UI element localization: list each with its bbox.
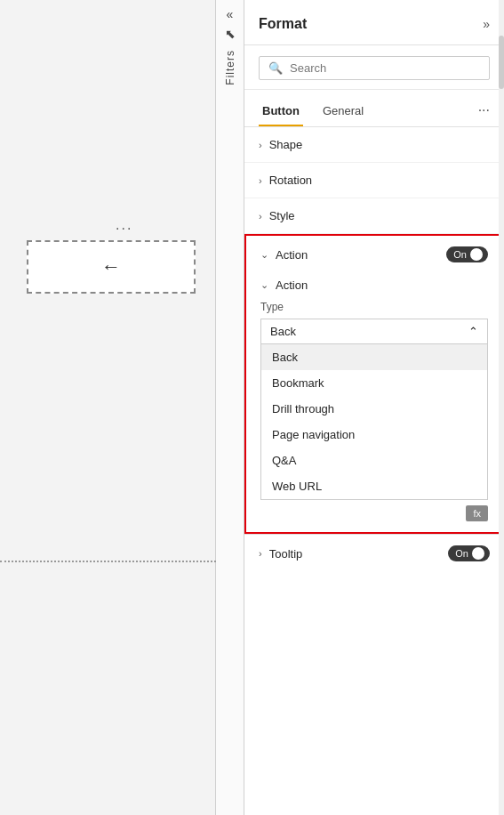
filters-funnel-icon: ⬉ [225,27,236,41]
dropdown-list: Back Bookmark Drill through Page navigat… [260,344,488,500]
style-label: Style [269,209,295,222]
scrollbar-track [499,0,504,815]
dropdown-chevron-up-icon: ⌃ [468,325,478,338]
canvas-area: ··· ← [0,0,216,815]
scrollbar-thumb[interactable] [499,36,504,89]
search-container: 🔍 [244,45,504,90]
action-toggle-circle [470,248,483,261]
dropdown-item-web-url[interactable]: Web URL [261,473,487,499]
search-input[interactable] [290,61,480,75]
fx-button[interactable]: fx [466,505,488,521]
canvas-divider [0,561,216,562]
tabs-row: Button General ··· [244,90,504,127]
dropdown-item-back[interactable]: Back [261,344,487,370]
action-toggle-label: On [453,249,467,260]
filters-sidebar: « ⬉ Filters [216,0,244,815]
back-button-widget: ← [27,240,196,294]
canvas-ellipsis: ··· [116,221,132,237]
tooltip-section[interactable]: › Tooltip On [244,534,504,572]
dropdown-item-bookmark[interactable]: Bookmark [261,370,487,396]
action-section-header[interactable]: ⌄ Action On [246,236,502,273]
rotation-label: Rotation [269,173,312,187]
tab-general[interactable]: General [319,99,367,126]
shape-chevron-icon: › [259,140,262,150]
section-shape[interactable]: › Shape [244,127,504,163]
fx-button-row: fx [260,505,488,521]
format-panel: Format » 🔍 Button General ··· › Shape › … [244,0,504,815]
action-sub-header[interactable]: ⌄ Action [260,273,488,301]
dropdown-item-qa[interactable]: Q&A [261,448,487,473]
shape-label: Shape [269,138,303,151]
format-expand-icon[interactable]: » [483,17,490,31]
type-dropdown: Back ⌃ Back Bookmark Drill through Page … [260,319,488,500]
action-chevron-icon: ⌄ [260,249,268,261]
tab-button[interactable]: Button [259,99,303,126]
back-arrow-icon: ← [101,255,121,278]
format-header: Format » [244,0,504,45]
section-rotation[interactable]: › Rotation [244,163,504,198]
action-toggle[interactable]: On [446,246,488,262]
tooltip-toggle-label: On [455,548,468,559]
rotation-chevron-icon: › [259,175,262,186]
tooltip-chevron-icon: › [259,548,262,559]
tooltip-toggle-circle [472,547,484,560]
action-inner-content: ⌄ Action Type Back ⌃ Back Bookmark Drill… [246,273,502,532]
format-title: Format [259,16,307,32]
section-style[interactable]: › Style [244,198,504,234]
search-box: 🔍 [259,56,490,80]
tooltip-toggle[interactable]: On [448,545,490,561]
dropdown-item-drill-through[interactable]: Drill through [261,396,487,422]
style-chevron-icon: › [259,211,262,222]
action-sub-label: Action [276,278,308,292]
dropdown-item-page-navigation[interactable]: Page navigation [261,422,487,448]
dropdown-selected-value: Back [270,325,296,338]
tooltip-label: Tooltip [269,547,449,561]
action-section: ⌄ Action On ⌄ Action Type Back ⌃ [244,234,504,534]
action-label: Action [276,248,446,262]
search-icon: 🔍 [268,61,283,75]
tabs-more-icon[interactable]: ··· [478,102,490,124]
type-label: Type [260,301,488,313]
action-sub-chevron-icon: ⌄ [260,279,268,291]
dropdown-selected[interactable]: Back ⌃ [260,319,488,344]
filters-label: Filters [224,50,236,85]
filters-collapse-icon[interactable]: « [227,7,234,21]
